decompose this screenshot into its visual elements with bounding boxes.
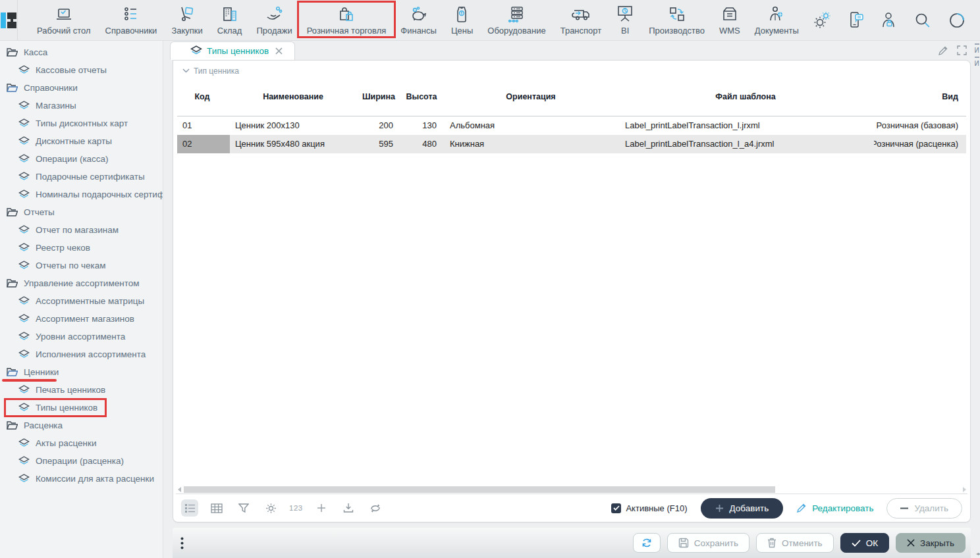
sidebar-item-podarochnye-sertifikaty[interactable]: Подарочные сертификаты xyxy=(0,168,163,186)
list-view-icon[interactable] xyxy=(181,499,198,517)
sidebar-item-magaziny[interactable]: Магазины xyxy=(0,97,163,114)
cell-kod[interactable]: 01 xyxy=(177,116,230,135)
clock-icon[interactable] xyxy=(947,11,967,30)
nav-purchases[interactable]: Закупки xyxy=(164,0,209,40)
sidebar-item-komissii-dlya-akta[interactable]: Комиссии для акта расценки xyxy=(0,470,163,488)
edit-form-icon[interactable] xyxy=(938,45,948,56)
sidebar-item-operacii-kassa[interactable]: Операции (касса) xyxy=(0,150,163,168)
horizontal-scrollbar[interactable] xyxy=(176,485,967,494)
sidebar-item-otchet-po-magazinam[interactable]: Отчет по магазинам xyxy=(0,221,163,239)
filter-icon[interactable] xyxy=(235,499,252,517)
cell-vysota[interactable]: 130 xyxy=(401,116,445,135)
search-icon[interactable] xyxy=(913,11,933,30)
cell-shirina[interactable]: 200 xyxy=(359,116,401,135)
sidebar-item-assortimentnye-matricy[interactable]: Ассортиментные матрицы xyxy=(0,292,163,310)
cell-vid[interactable]: Розничная (расценка) xyxy=(874,135,966,153)
table-row[interactable]: 01 Ценник 200x130 200 130 Альбомная Labe… xyxy=(177,116,966,135)
app-logo[interactable] xyxy=(0,0,18,40)
sidebar-item-urovni-assortimenta[interactable]: Уровни ассортимента xyxy=(0,328,163,345)
nav-documents[interactable]: Документы xyxy=(748,0,806,40)
column-header-naimenovanie[interactable]: Наименование xyxy=(230,78,359,116)
sidebar-item-diskontnye-karty[interactable]: Дисконтные карты xyxy=(0,132,163,150)
device-chat-icon[interactable] xyxy=(847,11,865,30)
cell-naimenovanie[interactable]: Ценник 595x480 акция xyxy=(230,135,359,153)
fullscreen-icon[interactable] xyxy=(957,45,967,56)
download-icon[interactable] xyxy=(340,499,357,517)
add-button[interactable]: Добавить xyxy=(701,498,784,519)
resize-handle[interactable]: ◂▸ xyxy=(976,551,980,557)
sidebar-item-ispolneniya-assortimenta[interactable]: Исполнения ассортимента xyxy=(0,345,163,363)
user-lock-icon[interactable] xyxy=(880,11,898,30)
nav-finance[interactable]: Финансы xyxy=(393,0,444,40)
collapsed-panel-label[interactable]: И xyxy=(974,60,979,67)
nav-bi[interactable]: BI xyxy=(609,0,641,40)
scrollbar-thumb[interactable] xyxy=(184,486,775,493)
nav-transport[interactable]: Транспорт xyxy=(553,0,609,40)
nav-references[interactable]: Справочники xyxy=(98,0,165,40)
loop-icon[interactable] xyxy=(367,499,384,517)
settings-gears-icon[interactable] xyxy=(813,11,832,30)
nav-warehouse[interactable]: Склад xyxy=(210,0,250,40)
cell-shirina[interactable]: 595 xyxy=(359,135,401,153)
sidebar-item-tipy-diskontnyh-kart[interactable]: Типы дисконтных карт xyxy=(0,114,163,132)
column-header-vysota[interactable]: Высота xyxy=(401,78,445,116)
table-row-selected[interactable]: 02 Ценник 595x480 акция 595 480 Книжная … xyxy=(177,135,966,153)
nav-prices[interactable]: Цены xyxy=(444,0,480,40)
close-button[interactable]: Закрыть xyxy=(896,533,966,553)
column-header-shirina[interactable]: Ширина xyxy=(359,78,401,116)
plus-icon[interactable] xyxy=(313,499,330,517)
tab-tipy-cennikov[interactable]: Типы ценников xyxy=(170,41,295,60)
grid-view-icon[interactable] xyxy=(208,499,225,517)
cell-vysota[interactable]: 480 xyxy=(401,135,445,153)
sidebar-item-akty-rascenki[interactable]: Акты расценки xyxy=(0,434,163,452)
nav-sales[interactable]: Продажи xyxy=(249,0,299,40)
ok-button[interactable]: ОК xyxy=(840,533,889,553)
column-header-vid[interactable]: Вид xyxy=(874,78,966,116)
sidebar-item-otchety-po-chekam[interactable]: Отчеты по чекам xyxy=(0,257,163,274)
scrollbar-track[interactable] xyxy=(182,486,961,493)
tab-close-icon[interactable] xyxy=(275,47,283,55)
number-format-label[interactable]: 123 xyxy=(289,504,303,512)
cell-fajl-shablona[interactable]: Label_printLabelTransaction_l_a4.jrxml xyxy=(620,135,874,153)
cell-kod-focused[interactable]: 02 xyxy=(177,135,230,153)
nav-production[interactable]: Производство xyxy=(641,0,712,40)
sidebar-folder-spravochniki[interactable]: Справочники xyxy=(0,79,163,97)
nav-equipment[interactable]: Оборудование xyxy=(480,0,553,40)
delete-button[interactable]: Удалить xyxy=(886,498,962,519)
sidebar-folder-otchety[interactable]: Отчеты xyxy=(0,203,163,221)
section-collapse-header[interactable]: Тип ценника xyxy=(173,61,970,78)
scroll-right-icon[interactable] xyxy=(961,486,967,493)
edit-button[interactable]: Редактировать xyxy=(796,503,873,513)
scroll-left-icon[interactable] xyxy=(176,486,182,493)
cell-naimenovanie[interactable]: Ценник 200x130 xyxy=(230,116,359,135)
nav-wms[interactable]: WMS xyxy=(712,0,748,40)
sidebar-item-kassovye-otchety[interactable]: Кассовые отчеты xyxy=(0,61,163,79)
save-button[interactable]: Сохранить xyxy=(667,533,749,553)
settings-gear-icon[interactable] xyxy=(262,499,279,517)
sidebar-item-assortiment-magazinov[interactable]: Ассортимент магазинов xyxy=(0,310,163,328)
cell-orientaciya[interactable]: Альбомная xyxy=(445,116,620,135)
sidebar-item-tipy-cennikov[interactable]: Типы ценников xyxy=(0,399,163,417)
refresh-button[interactable] xyxy=(633,533,661,553)
cell-vid[interactable]: Розничная (базовая) xyxy=(874,116,966,135)
more-menu-icon[interactable] xyxy=(180,537,184,549)
sidebar-folder-kassa[interactable]: Касса xyxy=(0,43,163,61)
sidebar-folder-cenniki[interactable]: Ценники xyxy=(0,363,163,381)
sidebar-item-operacii-rascenka[interactable]: Операции (расценка) xyxy=(0,452,163,470)
sidebar-folder-rascenka[interactable]: Расценка xyxy=(0,417,163,434)
sidebar-item-reestr-chekov[interactable]: Реестр чеков xyxy=(0,239,163,257)
cell-orientaciya[interactable]: Книжная xyxy=(445,135,620,153)
collapsed-right-panels[interactable]: И И xyxy=(973,41,980,172)
cell-fajl-shablona[interactable]: Label_printLabelTransaction_l.jrxml xyxy=(620,116,874,135)
nav-retail[interactable]: Розничная торговля xyxy=(300,0,394,40)
sidebar-folder-upravlenie-assortimentom[interactable]: Управление ассортиментом xyxy=(0,274,163,292)
collapsed-panel-label[interactable]: И xyxy=(974,47,979,54)
sidebar-item-pechat-cennikov[interactable]: Печать ценников xyxy=(0,381,163,399)
nav-desktop[interactable]: Рабочий стол xyxy=(30,0,98,40)
column-header-orientaciya[interactable]: Ориентация xyxy=(445,78,620,116)
column-header-fajl-shablona[interactable]: Файл шаблона xyxy=(620,78,874,116)
cancel-button[interactable]: Отменить xyxy=(756,533,834,553)
column-header-kod[interactable]: Код xyxy=(177,78,230,116)
sidebar-item-nominaly-sertifikatov[interactable]: Номиналы подарочных сертифика xyxy=(0,186,163,203)
active-filter-checkbox[interactable]: Активные (F10) xyxy=(611,503,687,513)
